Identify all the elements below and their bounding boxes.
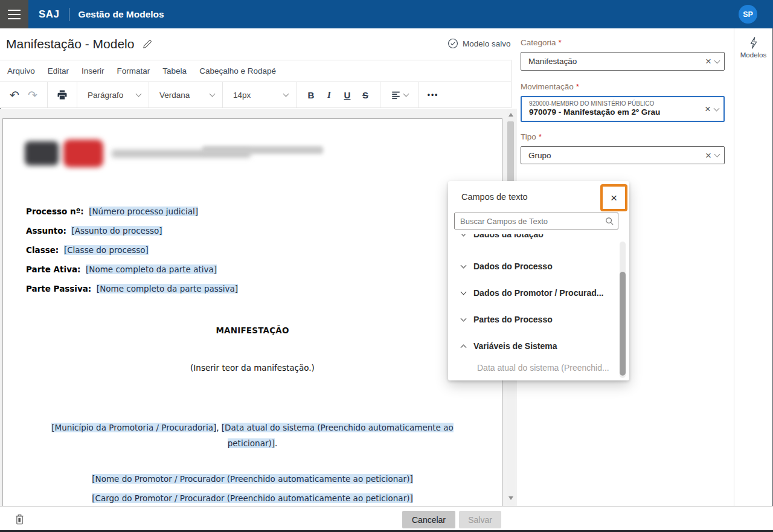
clear-icon[interactable]: ×	[701, 104, 714, 114]
movimentacao-label: Movimentação*	[521, 82, 725, 91]
doc-signature-name: [Nome do Promotor / Procurador (Preenchi…	[3, 474, 502, 484]
delete-trash-icon[interactable]	[12, 512, 27, 527]
chevron-down-icon	[403, 91, 409, 97]
categoria-label: Categoria*	[521, 38, 725, 47]
undo-icon[interactable]: ↶	[5, 85, 24, 104]
merge-field: [Cargo do Promotor / Procurador (Preench…	[92, 493, 412, 503]
tree-item-data-atual[interactable]: Data atual do sistema (Preenchid...	[477, 363, 609, 373]
italic-button[interactable]: I	[320, 85, 338, 104]
paragraph-style-select[interactable]: Parágrafo	[83, 85, 143, 104]
chevron-down-icon	[461, 262, 467, 268]
doc-line: Parte Passiva: [Nome completo da parte p…	[26, 284, 238, 293]
bold-button[interactable]: B	[302, 85, 320, 104]
search-input[interactable]	[460, 217, 605, 226]
merge-field: [Classe do processo]	[64, 245, 149, 255]
saj-logo: SAJ	[39, 8, 60, 21]
campos-de-texto-panel: Campos de texto × Dados da lotação Dados…	[448, 181, 629, 380]
panel-scrollbar-thumb[interactable]	[620, 272, 626, 376]
movimentacao-select[interactable]: 920000-MEMBRO DO MINISTÉRIO PÚBLICO 9700…	[521, 96, 725, 122]
save-button[interactable]: Salvar	[459, 511, 501, 528]
underline-button[interactable]: U	[338, 85, 356, 104]
doc-signature-role: [Cargo do Promotor / Procurador (Preench…	[3, 493, 502, 503]
top-bar: SAJ Gestão de Modelos SP	[0, 0, 773, 28]
tipo-label: Tipo*	[521, 132, 725, 141]
clear-icon[interactable]: ×	[702, 150, 715, 161]
scroll-up-arrow[interactable]	[508, 113, 513, 117]
panel-search-box	[454, 213, 618, 229]
strikethrough-button[interactable]: S	[356, 85, 374, 104]
clear-icon[interactable]: ×	[702, 56, 715, 66]
page-title: Manifestação - Modelo	[6, 37, 134, 51]
chevron-down-icon[interactable]	[714, 152, 720, 158]
editor-toolbar: ↶ ↷ Parágrafo Verdana 14px B I U	[0, 82, 512, 108]
fields-tree: Dados da lotação Dados do Processo Dados…	[448, 234, 629, 378]
more-tools-button[interactable]: •••	[424, 85, 442, 104]
font-family-select[interactable]: Verdana	[155, 85, 217, 104]
menu-tabela[interactable]: Tabela	[162, 64, 190, 78]
redacted-header-text	[202, 146, 323, 154]
menu-cabecalho-rodape[interactable]: Cabeçalho e Rodapé	[199, 64, 280, 78]
save-status-label: Modelo salvo	[463, 39, 511, 48]
panel-title: Campos de texto	[461, 192, 528, 202]
tipo-select[interactable]: Grupo ×	[521, 146, 725, 164]
modelos-rail-button[interactable]: Modelos	[734, 36, 772, 59]
doc-line: Processo nº: [Número processo judicial]	[26, 207, 238, 216]
tree-group-partes-processo[interactable]: Partes do Processo	[461, 315, 553, 324]
menu-formatar[interactable]: Formatar	[117, 64, 154, 78]
chevron-down-icon	[283, 91, 289, 97]
merge-field: [Nome do Promotor / Procurador (Preenchi…	[92, 474, 412, 484]
hamburger-menu-button[interactable]	[0, 0, 28, 28]
edit-title-pencil-icon[interactable]	[142, 39, 152, 50]
cancel-button[interactable]: Cancelar	[402, 511, 455, 528]
redo-icon[interactable]: ↷	[24, 85, 42, 104]
doc-body-placeholder: (Inserir teor da manifestação.)	[3, 363, 502, 373]
chevron-down-icon	[461, 289, 467, 295]
save-status: Modelo salvo	[447, 38, 511, 49]
document-page[interactable]: Processo nº: [Número processo judicial] …	[2, 118, 502, 506]
chevron-up-icon	[461, 344, 467, 350]
doc-line: Assunto: [Assunto do processo]	[26, 226, 238, 236]
search-icon	[605, 217, 614, 226]
merge-field: [Número processo judicial]	[89, 207, 198, 216]
tree-group-variaveis-sistema[interactable]: Variáveis de Sistema	[461, 341, 557, 351]
app-title: Gestão de Modelos	[79, 9, 164, 20]
chevron-down-icon[interactable]	[714, 105, 720, 111]
chevron-down-icon[interactable]	[714, 57, 720, 63]
page-header: Manifestação - Modelo Modelo salvo	[0, 28, 517, 60]
chevron-down-icon	[210, 91, 216, 97]
topbar-divider	[69, 8, 69, 21]
right-rail: Modelos	[734, 28, 772, 506]
print-icon[interactable]	[53, 85, 71, 104]
user-avatar[interactable]: SP	[739, 5, 757, 24]
chevron-down-icon	[461, 234, 467, 236]
lightning-bolt-icon	[748, 36, 760, 50]
chevron-down-icon	[461, 315, 467, 321]
merge-field: peticionar)]	[228, 438, 275, 448]
close-icon[interactable]: ×	[611, 192, 617, 204]
tree-group-dados-lotacao[interactable]: Dados da lotação	[461, 234, 544, 239]
footer-bar: Cancelar Salvar	[0, 506, 773, 532]
app-window: SAJ Gestão de Modelos SP Manifestação - …	[0, 0, 773, 532]
menu-inserir[interactable]: Inserir	[82, 64, 108, 78]
merge-field: [Município da Promotoria / Procuradoria]	[51, 423, 216, 432]
tree-group-dados-processo[interactable]: Dados do Processo	[461, 261, 553, 271]
panel-scrollbar[interactable]	[620, 242, 626, 378]
merge-field: [Nome completo da parte passiva]	[97, 284, 238, 293]
doc-line: Classe: [Classe do processo]	[26, 245, 238, 255]
align-left-select[interactable]	[386, 85, 412, 104]
close-button-highlight-annotation: ×	[600, 184, 627, 211]
doc-closing-paragraph: [Município da Promotoria / Procuradoria]…	[3, 420, 502, 451]
scroll-down-arrow[interactable]	[508, 496, 513, 500]
merge-field: [Nome completo da parte ativa]	[86, 264, 217, 274]
editor-menubar: Arquivo Editar Inserir Formatar Tabela C…	[0, 60, 512, 82]
menu-editar[interactable]: Editar	[48, 64, 72, 78]
editor-area: Processo nº: [Número processo judicial] …	[0, 109, 517, 506]
merge-field: [Assunto do processo]	[71, 226, 162, 236]
model-properties-form: Categoria* Manifestação × Movimentação* …	[521, 28, 725, 164]
document-field-list: Processo nº: [Número processo judicial] …	[26, 207, 238, 303]
categoria-select[interactable]: Manifestação ×	[521, 52, 725, 71]
check-circle-icon	[447, 38, 458, 49]
tree-group-dados-promotor[interactable]: Dados do Promotor / Procurad...	[461, 288, 603, 298]
menu-arquivo[interactable]: Arquivo	[7, 64, 39, 78]
font-size-select[interactable]: 14px	[228, 85, 290, 104]
